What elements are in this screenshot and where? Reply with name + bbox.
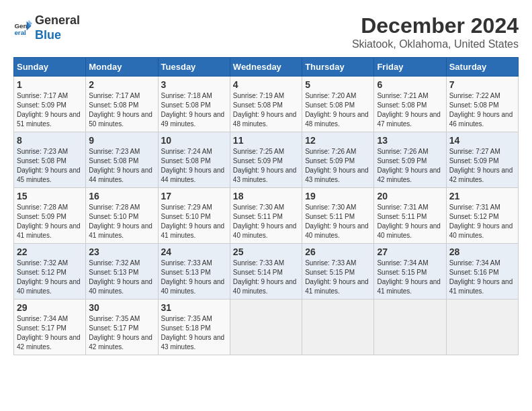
day-number: 2 bbox=[89, 79, 154, 90]
calendar-cell: 16Sunrise: 7:28 AMSunset: 5:10 PMDayligh… bbox=[86, 188, 158, 244]
calendar-cell: 14Sunrise: 7:27 AMSunset: 5:09 PMDayligh… bbox=[446, 132, 518, 188]
day-info: Sunrise: 7:34 AMSunset: 5:17 PMDaylight:… bbox=[17, 314, 83, 352]
day-info: Sunrise: 7:34 AMSunset: 5:15 PMDaylight:… bbox=[377, 259, 443, 296]
day-info: Sunrise: 7:31 AMSunset: 5:12 PMDaylight:… bbox=[449, 203, 515, 240]
day-number: 20 bbox=[377, 191, 443, 201]
day-number: 7 bbox=[449, 79, 515, 90]
day-info: Sunrise: 7:24 AMSunset: 5:08 PMDaylight:… bbox=[161, 147, 227, 185]
column-header-wednesday: Wednesday bbox=[230, 58, 302, 77]
day-info: Sunrise: 7:27 AMSunset: 5:09 PMDaylight:… bbox=[449, 147, 515, 185]
calendar-cell: 22Sunrise: 7:32 AMSunset: 5:12 PMDayligh… bbox=[14, 244, 86, 300]
day-number: 26 bbox=[305, 246, 371, 257]
day-info: Sunrise: 7:32 AMSunset: 5:12 PMDaylight:… bbox=[17, 259, 83, 296]
day-info: Sunrise: 7:19 AMSunset: 5:08 PMDaylight:… bbox=[233, 91, 299, 129]
column-header-tuesday: Tuesday bbox=[158, 58, 230, 77]
calendar-cell: 17Sunrise: 7:29 AMSunset: 5:10 PMDayligh… bbox=[158, 188, 230, 244]
day-number: 31 bbox=[161, 302, 227, 313]
day-number: 4 bbox=[233, 79, 299, 90]
day-number: 14 bbox=[449, 135, 515, 146]
day-info: Sunrise: 7:26 AMSunset: 5:09 PMDaylight:… bbox=[377, 147, 443, 185]
calendar-cell: 26Sunrise: 7:33 AMSunset: 5:15 PMDayligh… bbox=[302, 244, 374, 300]
day-number: 25 bbox=[233, 246, 299, 257]
calendar-cell: 31Sunrise: 7:35 AMSunset: 5:18 PMDayligh… bbox=[158, 300, 230, 355]
calendar-cell: 21Sunrise: 7:31 AMSunset: 5:12 PMDayligh… bbox=[446, 188, 518, 244]
day-info: Sunrise: 7:34 AMSunset: 5:16 PMDaylight:… bbox=[449, 259, 515, 296]
day-info: Sunrise: 7:28 AMSunset: 5:10 PMDaylight:… bbox=[89, 203, 154, 240]
day-number: 28 bbox=[449, 246, 515, 257]
title-section: December 2024 Skiatook, Oklahoma, United… bbox=[352, 13, 519, 50]
day-info: Sunrise: 7:23 AMSunset: 5:08 PMDaylight:… bbox=[17, 147, 83, 185]
calendar-cell: 28Sunrise: 7:34 AMSunset: 5:16 PMDayligh… bbox=[446, 244, 518, 300]
calendar-cell bbox=[230, 300, 302, 355]
day-number: 29 bbox=[17, 302, 83, 313]
day-number: 16 bbox=[89, 191, 154, 201]
day-info: Sunrise: 7:33 AMSunset: 5:13 PMDaylight:… bbox=[161, 259, 227, 296]
calendar-cell: 18Sunrise: 7:30 AMSunset: 5:11 PMDayligh… bbox=[230, 188, 302, 244]
day-info: Sunrise: 7:35 AMSunset: 5:18 PMDaylight:… bbox=[161, 314, 227, 352]
day-number: 30 bbox=[89, 302, 154, 313]
calendar-week-row: 15Sunrise: 7:28 AMSunset: 5:09 PMDayligh… bbox=[14, 188, 519, 244]
column-header-saturday: Saturday bbox=[446, 58, 518, 77]
day-info: Sunrise: 7:21 AMSunset: 5:08 PMDaylight:… bbox=[377, 91, 443, 129]
calendar-cell: 5Sunrise: 7:20 AMSunset: 5:08 PMDaylight… bbox=[302, 77, 374, 132]
calendar-cell: 25Sunrise: 7:33 AMSunset: 5:14 PMDayligh… bbox=[230, 244, 302, 300]
calendar-cell: 27Sunrise: 7:34 AMSunset: 5:15 PMDayligh… bbox=[374, 244, 446, 300]
day-number: 22 bbox=[17, 246, 83, 257]
calendar-week-row: 1Sunrise: 7:17 AMSunset: 5:09 PMDaylight… bbox=[14, 77, 519, 132]
calendar-cell: 6Sunrise: 7:21 AMSunset: 5:08 PMDaylight… bbox=[374, 77, 446, 132]
calendar-cell: 7Sunrise: 7:22 AMSunset: 5:08 PMDaylight… bbox=[446, 77, 518, 132]
day-info: Sunrise: 7:20 AMSunset: 5:08 PMDaylight:… bbox=[305, 91, 371, 129]
calendar-week-row: 22Sunrise: 7:32 AMSunset: 5:12 PMDayligh… bbox=[14, 244, 519, 300]
day-info: Sunrise: 7:18 AMSunset: 5:08 PMDaylight:… bbox=[161, 91, 227, 129]
day-info: Sunrise: 7:29 AMSunset: 5:10 PMDaylight:… bbox=[161, 203, 227, 240]
calendar-week-row: 29Sunrise: 7:34 AMSunset: 5:17 PMDayligh… bbox=[14, 300, 519, 355]
day-info: Sunrise: 7:17 AMSunset: 5:09 PMDaylight:… bbox=[17, 91, 83, 129]
logo-icon: Gen eral bbox=[13, 19, 32, 38]
day-info: Sunrise: 7:23 AMSunset: 5:08 PMDaylight:… bbox=[89, 147, 154, 185]
day-info: Sunrise: 7:31 AMSunset: 5:11 PMDaylight:… bbox=[377, 203, 443, 240]
calendar-cell: 19Sunrise: 7:30 AMSunset: 5:11 PMDayligh… bbox=[302, 188, 374, 244]
calendar-cell: 29Sunrise: 7:34 AMSunset: 5:17 PMDayligh… bbox=[14, 300, 86, 355]
calendar-cell: 2Sunrise: 7:17 AMSunset: 5:08 PMDaylight… bbox=[86, 77, 158, 132]
day-number: 17 bbox=[161, 191, 227, 201]
day-info: Sunrise: 7:33 AMSunset: 5:14 PMDaylight:… bbox=[233, 259, 299, 296]
day-number: 5 bbox=[305, 79, 371, 90]
column-header-sunday: Sunday bbox=[14, 58, 86, 77]
day-number: 23 bbox=[89, 246, 154, 257]
calendar-cell: 12Sunrise: 7:26 AMSunset: 5:09 PMDayligh… bbox=[302, 132, 374, 188]
main-title: December 2024 bbox=[352, 13, 519, 38]
calendar-cell bbox=[374, 300, 446, 355]
calendar-cell: 8Sunrise: 7:23 AMSunset: 5:08 PMDaylight… bbox=[14, 132, 86, 188]
calendar-cell: 23Sunrise: 7:32 AMSunset: 5:13 PMDayligh… bbox=[86, 244, 158, 300]
day-info: Sunrise: 7:30 AMSunset: 5:11 PMDaylight:… bbox=[233, 203, 299, 240]
calendar-cell: 4Sunrise: 7:19 AMSunset: 5:08 PMDaylight… bbox=[230, 77, 302, 132]
day-number: 3 bbox=[161, 79, 227, 90]
day-number: 6 bbox=[377, 79, 443, 90]
svg-text:eral: eral bbox=[14, 28, 26, 36]
day-info: Sunrise: 7:32 AMSunset: 5:13 PMDaylight:… bbox=[89, 259, 154, 296]
day-number: 27 bbox=[377, 246, 443, 257]
day-info: Sunrise: 7:30 AMSunset: 5:11 PMDaylight:… bbox=[305, 203, 371, 240]
day-number: 8 bbox=[17, 135, 83, 146]
column-header-monday: Monday bbox=[86, 58, 158, 77]
day-number: 18 bbox=[233, 191, 299, 201]
day-number: 10 bbox=[161, 135, 227, 146]
subtitle: Skiatook, Oklahoma, United States bbox=[352, 38, 519, 50]
day-number: 11 bbox=[233, 135, 299, 146]
day-info: Sunrise: 7:22 AMSunset: 5:08 PMDaylight:… bbox=[449, 91, 515, 129]
day-info: Sunrise: 7:25 AMSunset: 5:09 PMDaylight:… bbox=[233, 147, 299, 185]
calendar-cell: 11Sunrise: 7:25 AMSunset: 5:09 PMDayligh… bbox=[230, 132, 302, 188]
day-info: Sunrise: 7:17 AMSunset: 5:08 PMDaylight:… bbox=[89, 91, 154, 129]
logo-text: GeneralBlue bbox=[35, 13, 80, 42]
logo: Gen eral GeneralBlue bbox=[13, 13, 80, 42]
day-number: 9 bbox=[89, 135, 154, 146]
day-number: 15 bbox=[17, 191, 83, 201]
day-number: 19 bbox=[305, 191, 371, 201]
calendar-cell: 15Sunrise: 7:28 AMSunset: 5:09 PMDayligh… bbox=[14, 188, 86, 244]
calendar-cell bbox=[446, 300, 518, 355]
calendar-week-row: 8Sunrise: 7:23 AMSunset: 5:08 PMDaylight… bbox=[14, 132, 519, 188]
calendar-cell: 1Sunrise: 7:17 AMSunset: 5:09 PMDaylight… bbox=[14, 77, 86, 132]
calendar-cell: 3Sunrise: 7:18 AMSunset: 5:08 PMDaylight… bbox=[158, 77, 230, 132]
calendar-table: SundayMondayTuesdayWednesdayThursdayFrid… bbox=[13, 57, 519, 355]
calendar-cell: 9Sunrise: 7:23 AMSunset: 5:08 PMDaylight… bbox=[86, 132, 158, 188]
